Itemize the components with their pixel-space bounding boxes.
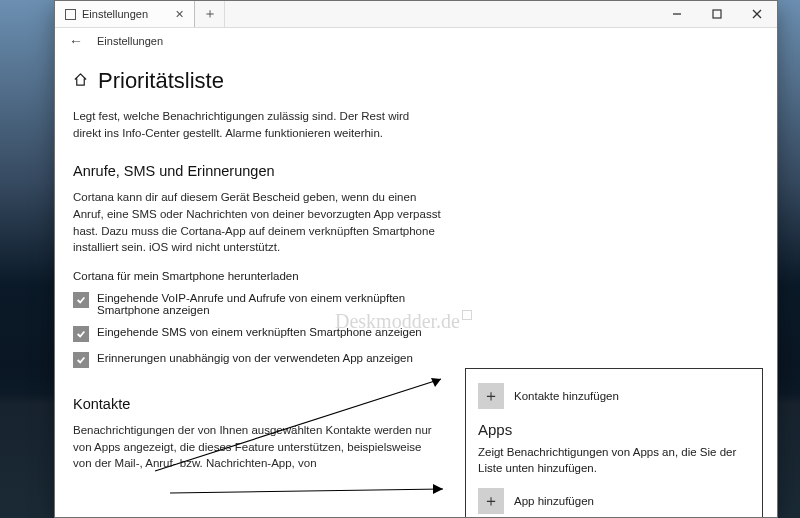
breadcrumb-bar: ← Einstellungen <box>55 28 777 54</box>
plus-icon: ＋ <box>478 488 504 514</box>
section-calls-sms: Anrufe, SMS und Erinnerungen Cortana kan… <box>73 163 453 368</box>
checkbox-label: Eingehende SMS von einem verknüpften Sma… <box>97 326 422 338</box>
svg-line-6 <box>170 489 443 493</box>
add-app-label: App hinzufügen <box>514 495 594 507</box>
page-lead-text: Legt fest, welche Benachrichtigungen zul… <box>73 108 423 141</box>
add-contacts-label: Kontakte hinzufügen <box>514 390 619 402</box>
cortana-download-link[interactable]: Cortana für mein Smartphone herunterlade… <box>73 270 453 282</box>
checkbox-incoming-sms[interactable]: Eingehende SMS von einem verknüpften Sma… <box>73 326 453 342</box>
svg-rect-1 <box>713 10 721 18</box>
home-icon[interactable] <box>73 72 88 90</box>
checkbox-voip-calls[interactable]: Eingehende VoIP-Anrufe und Aufrufe von e… <box>73 292 453 316</box>
new-tab-button[interactable]: ＋ <box>195 1 225 27</box>
desktop-background: Einstellungen ✕ ＋ ← Einstellungen <box>0 0 800 518</box>
tab-settings[interactable]: Einstellungen ✕ <box>55 1 195 27</box>
external-link-icon <box>462 310 472 320</box>
minimize-button[interactable] <box>657 1 697 27</box>
window-titlebar: Einstellungen ✕ ＋ <box>55 1 777 28</box>
checkbox-label: Erinnerungen unabhängig von der verwende… <box>97 352 413 364</box>
page-title: Prioritätsliste <box>98 68 224 94</box>
section-contacts: Kontakte Benachrichtigungen der von Ihne… <box>73 396 453 472</box>
checkbox-reminders[interactable]: Erinnerungen unabhängig von der verwende… <box>73 352 453 368</box>
section2-title: Kontakte <box>73 396 453 412</box>
add-app-button[interactable]: ＋ App hinzufügen <box>478 488 750 514</box>
svg-marker-5 <box>431 378 441 387</box>
right-panel: ＋ Kontakte hinzufügen Apps Zeigt Benachr… <box>465 368 763 517</box>
page-content: Prioritätsliste Legt fest, welche Benach… <box>55 54 777 517</box>
breadcrumb: Einstellungen <box>97 35 163 47</box>
section1-desc: Cortana kann dir auf diesem Gerät Besche… <box>73 189 443 256</box>
tab-title: Einstellungen <box>82 8 148 20</box>
checkbox-label: Eingehende VoIP-Anrufe und Aufrufe von e… <box>97 292 453 316</box>
settings-icon <box>65 9 76 20</box>
checkbox-icon <box>73 352 89 368</box>
maximize-button[interactable] <box>697 1 737 27</box>
close-window-button[interactable] <box>737 1 777 27</box>
settings-window: Einstellungen ✕ ＋ ← Einstellungen <box>54 0 778 518</box>
svg-marker-7 <box>433 484 443 494</box>
plus-icon: ＋ <box>478 383 504 409</box>
window-controls <box>657 1 777 27</box>
apps-section-desc: Zeigt Benachrichtigungen von Apps an, di… <box>478 444 750 476</box>
apps-section-title: Apps <box>478 421 750 438</box>
close-tab-icon[interactable]: ✕ <box>175 8 184 21</box>
page-heading: Prioritätsliste <box>73 68 757 94</box>
checkbox-icon <box>73 326 89 342</box>
back-button[interactable]: ← <box>69 34 83 48</box>
annotation-arrow-apps <box>165 469 455 509</box>
add-contacts-button[interactable]: ＋ Kontakte hinzufügen <box>478 383 750 409</box>
checkbox-icon <box>73 292 89 308</box>
section1-title: Anrufe, SMS und Erinnerungen <box>73 163 453 179</box>
section2-desc: Benachrichtigungen der von Ihnen ausgewä… <box>73 422 443 472</box>
